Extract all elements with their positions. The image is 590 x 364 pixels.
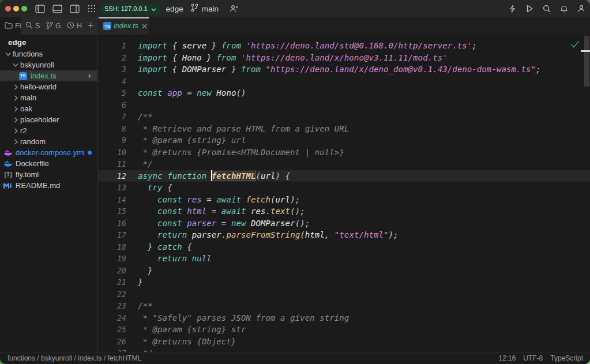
invite-collaborator-button[interactable] — [226, 1, 243, 16]
search-icon — [543, 5, 551, 13]
toggle-bottom-dock-button[interactable] — [48, 1, 66, 16]
code-line-25[interactable]: 25 * @param {string} str — [98, 324, 590, 336]
sidebar-tab-label: H — [77, 22, 82, 30]
tree-folder-oak[interactable]: oak — [0, 103, 97, 114]
code-line-11[interactable]: 11 */ — [98, 158, 590, 170]
code-line-7[interactable]: 7/** — [98, 111, 590, 123]
file-encoding[interactable]: UTF-8 — [523, 354, 543, 362]
zoom-window-button[interactable] — [21, 6, 27, 12]
line-number: 23 — [98, 301, 126, 310]
tree-file-Dockerfile[interactable]: Dockerfile — [0, 158, 97, 169]
diagnostics-button[interactable] — [503, 1, 521, 16]
tab-index-ts[interactable]: TS index.ts — [99, 17, 149, 35]
tree-item-label: functions — [13, 50, 43, 58]
chevron-right-icon — [11, 106, 20, 112]
tree-folder-functions[interactable]: functions — [0, 48, 97, 59]
code-line-18[interactable]: 18 } catch { — [98, 241, 590, 253]
code-line-16[interactable]: 16 const parser = new DOMParser(); — [98, 217, 590, 230]
tree-item-label: docker-compose.yml — [16, 148, 85, 157]
code-line-10[interactable]: 10 * @returns {Promise<HTMLDocument | nu… — [98, 147, 590, 159]
tree-file-index.ts[interactable]: TSindex.ts+ — [0, 70, 97, 81]
branch-name: main — [202, 5, 219, 13]
tree-item-label: oak — [20, 104, 32, 113]
tree-file-README.md[interactable]: README.md — [0, 180, 97, 191]
toggle-right-dock-button[interactable] — [66, 1, 83, 16]
code-line-8[interactable]: 8 * Retrieve and parse HTML from a given… — [98, 123, 590, 135]
code-line-3[interactable]: 3import { DOMParser } from "https://deno… — [98, 63, 590, 76]
ssh-remote-badge[interactable]: SSH: 127.0.0.1 — [100, 3, 160, 15]
branch-icon — [191, 3, 198, 14]
add-panel-button[interactable] — [83, 17, 97, 35]
account-button[interactable] — [573, 1, 590, 16]
code-line-17[interactable]: 17 return parser.parseFromString(html, "… — [98, 229, 590, 241]
code-editor[interactable]: 1import { serve } from 'https://deno.lan… — [98, 35, 590, 352]
code-line-19[interactable]: 19 return null — [98, 253, 590, 265]
close-tab-icon[interactable] — [142, 24, 147, 29]
code-line-23[interactable]: 23/** — [98, 300, 590, 312]
sidebar-tab-search[interactable]: S — [21, 17, 42, 35]
tree-folder-bskyunroll[interactable]: bskyunroll — [0, 59, 97, 70]
code-text: } — [138, 277, 143, 287]
code-line-4[interactable]: 4 — [98, 76, 590, 88]
git-branch-button[interactable]: main — [191, 3, 219, 14]
code-line-6[interactable]: 6 — [98, 99, 590, 111]
tree-folder-placeholder[interactable]: placeholder — [0, 114, 97, 125]
code-line-12[interactable]: 12async function fetchHTML(url) { — [98, 170, 590, 182]
line-number: 10 — [98, 148, 126, 157]
tree-folder-random[interactable]: random — [0, 136, 97, 147]
notifications-button[interactable] — [555, 1, 573, 16]
tree-file-docker-compose.yml[interactable]: docker-compose.yml — [0, 147, 97, 158]
code-line-2[interactable]: 2import { Hono } from 'https://deno.land… — [98, 52, 590, 64]
app-window: SSH: 127.0.0.1 edge main — [0, 0, 590, 364]
apps-grid-button[interactable] — [83, 1, 100, 16]
sidebar-tab-git[interactable]: G — [42, 17, 62, 35]
project-name[interactable]: edge — [166, 5, 183, 13]
code-line-15[interactable]: 15 const html = await res.text(); — [98, 205, 590, 217]
line-number: 21 — [98, 277, 126, 287]
chevron-right-icon — [11, 117, 20, 123]
line-number: 4 — [98, 77, 126, 86]
close-window-button[interactable] — [5, 6, 11, 12]
code-line-13[interactable]: 13 try { — [98, 182, 590, 194]
format-success-check-icon — [570, 39, 580, 50]
sidebar-tab-files[interactable]: Fi — [0, 17, 21, 35]
code-line-24[interactable]: 24 * "Safely" parses JSON from a given s… — [98, 312, 590, 324]
run-tasks-button[interactable] — [521, 1, 538, 16]
editor-scrollbar-thumb[interactable] — [584, 36, 589, 87]
toggle-left-dock-button[interactable] — [31, 1, 48, 16]
tree-file-fly.toml[interactable]: [T]fly.toml — [0, 169, 97, 180]
code-text: import { Hono } from 'https://deno.land/… — [138, 53, 448, 62]
sidebar-tab-history[interactable]: H — [62, 17, 83, 35]
minimize-window-button[interactable] — [13, 6, 19, 12]
code-line-5[interactable]: 5const app = new Hono() — [98, 87, 590, 99]
breadcrumb[interactable]: functions / bskyunroll / index.ts / fetc… — [7, 354, 141, 362]
statusbar: functions / bskyunroll / index.ts / fetc… — [0, 352, 590, 364]
line-number: 27 — [98, 348, 126, 352]
code-line-1[interactable]: 1import { serve } from 'https://deno.lan… — [98, 40, 590, 52]
editor-tab-bar: TS index.ts — [98, 17, 590, 35]
tree-folder-r2[interactable]: r2 — [0, 125, 97, 136]
search-everywhere-button[interactable] — [538, 1, 555, 16]
code-text: try { — [138, 183, 172, 192]
code-line-26[interactable]: 26 * @returns {Object} — [98, 336, 590, 348]
docker-file-icon — [3, 159, 12, 168]
code-line-9[interactable]: 9 * @param {string} url — [98, 134, 590, 147]
code-text: * Retrieve and parse HTML from a given U… — [138, 124, 349, 133]
code-line-21[interactable]: 21} — [98, 276, 590, 288]
code-line-20[interactable]: 20 } — [98, 265, 590, 277]
play-icon — [526, 5, 533, 13]
tree-item-label: random — [20, 137, 46, 146]
line-number: 18 — [98, 242, 126, 252]
clock-icon — [67, 21, 74, 31]
language-mode[interactable]: TypeScript — [550, 354, 583, 362]
file-tree: edge functionsbskyunrollTSindex.ts+hello… — [0, 35, 97, 352]
project-root-label[interactable]: edge — [0, 36, 97, 48]
tree-folder-main[interactable]: main — [0, 92, 97, 103]
cursor-position[interactable]: 12:16 — [498, 354, 516, 362]
code-line-27[interactable]: 27 */ — [98, 347, 590, 352]
code-line-22[interactable]: 22 — [98, 288, 590, 301]
line-number: 7 — [98, 112, 126, 121]
chevron-right-icon — [11, 128, 20, 134]
tree-folder-hello-world[interactable]: hello-world — [0, 81, 97, 92]
code-line-14[interactable]: 14 const res = await fetch(url); — [98, 194, 590, 206]
